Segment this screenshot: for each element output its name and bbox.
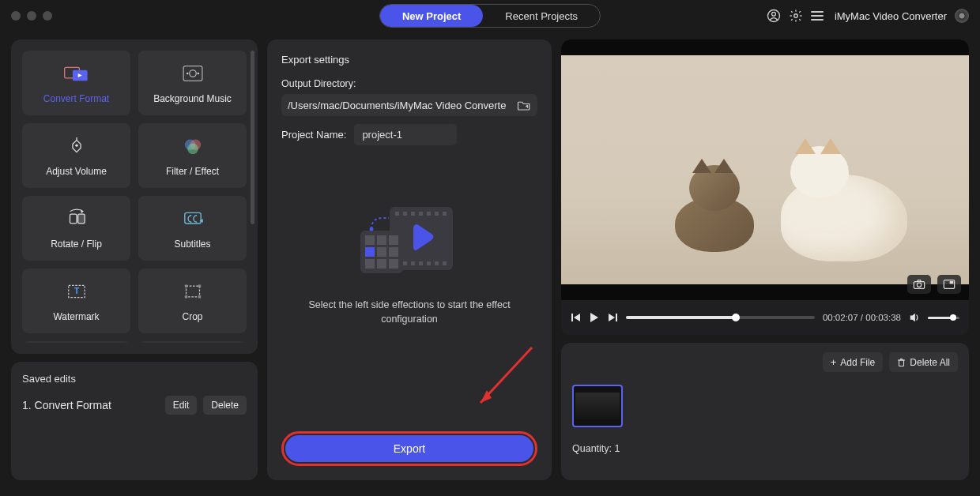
files-panel: +Add File Delete All Quantity: 1 — [561, 343, 969, 480]
app-name: iMyMac Video Converter — [835, 10, 947, 22]
output-directory-field[interactable]: /Users/mac/Documents/iMyMac Video Conver… — [281, 94, 537, 116]
delete-all-button[interactable]: Delete All — [889, 352, 958, 372]
svg-rect-44 — [377, 235, 386, 245]
tool-label: Watermark — [53, 311, 99, 322]
fullscreen-icon[interactable] — [937, 275, 961, 294]
tab-new-project[interactable]: New Project — [380, 5, 483, 27]
svg-rect-40 — [435, 261, 439, 265]
svg-rect-30 — [411, 212, 415, 216]
svg-point-7 — [189, 70, 196, 77]
svg-rect-37 — [411, 261, 415, 265]
play-button[interactable] — [590, 312, 599, 323]
browse-folder-icon[interactable] — [517, 99, 531, 111]
svg-rect-23 — [184, 285, 187, 287]
svg-line-53 — [481, 348, 532, 403]
project-tabs: New Project Recent Projects — [379, 4, 601, 28]
add-file-button[interactable]: +Add File — [823, 352, 884, 372]
tool-label: Convert Format — [43, 93, 109, 104]
svg-point-52 — [370, 227, 374, 231]
tool-watermark[interactable]: T Watermark — [22, 269, 130, 333]
svg-marker-64 — [910, 314, 915, 322]
saved-edits-panel: Saved edits 1. Convert Format Edit Delet… — [11, 362, 258, 480]
svg-text:T: T — [74, 287, 79, 295]
output-directory-value: /Users/mac/Documents/iMyMac Video Conver… — [288, 100, 512, 111]
tool-adjust-volume[interactable]: Adjust Volume — [22, 123, 130, 188]
svg-rect-38 — [419, 261, 423, 265]
tool-label: Rotate / Flip — [51, 239, 102, 250]
convert-format-icon — [63, 62, 90, 85]
saved-edit-row: 1. Convert Format Edit Delete — [22, 396, 247, 415]
close-window[interactable] — [11, 11, 21, 21]
svg-rect-49 — [365, 259, 375, 269]
film-play-icon — [346, 201, 473, 287]
svg-rect-39 — [427, 261, 431, 265]
svg-rect-18 — [184, 212, 200, 224]
account-icon[interactable] — [767, 9, 781, 23]
maximize-window[interactable] — [43, 11, 52, 21]
tool-label: Crop — [182, 311, 202, 322]
volume-icon[interactable] — [909, 312, 920, 323]
next-button[interactable] — [607, 312, 618, 323]
delete-button[interactable]: Delete — [203, 396, 247, 415]
trash-icon — [897, 358, 906, 367]
saved-edit-label: 1. Convert Format — [22, 399, 159, 411]
video-preview[interactable] — [561, 39, 969, 300]
file-thumbnail[interactable] — [572, 385, 623, 427]
export-settings-title: Export settings — [281, 54, 537, 66]
settings-icon[interactable] — [789, 9, 803, 23]
tool-filter-effect[interactable]: Filter / Effect — [138, 123, 247, 188]
svg-point-56 — [917, 283, 921, 287]
titlebar: New Project Recent Projects iMyMac Video… — [0, 0, 980, 32]
tool-label: Subtitles — [174, 239, 210, 250]
tool-crop[interactable]: Crop — [138, 269, 247, 333]
menu-icon[interactable] — [811, 11, 824, 21]
volume-slider[interactable] — [928, 317, 959, 319]
svg-point-8 — [186, 73, 188, 75]
tool-label: Filter / Effect — [166, 166, 219, 177]
video-preview-panel: 00:02:07 / 00:03:38 — [561, 39, 969, 335]
svg-rect-46 — [365, 247, 375, 257]
rotate-flip-icon — [63, 207, 90, 231]
progress-bar[interactable] — [626, 316, 815, 319]
tools-scrollbar[interactable] — [251, 51, 254, 343]
svg-point-1 — [772, 12, 776, 16]
tool-hidden-1[interactable] — [22, 341, 130, 343]
svg-rect-59 — [571, 314, 573, 321]
saved-edits-title: Saved edits — [22, 373, 247, 385]
tool-convert-format[interactable]: Convert Format — [22, 51, 130, 115]
subtitles-icon — [179, 207, 206, 231]
snapshot-icon[interactable] — [907, 275, 931, 294]
svg-rect-47 — [377, 247, 386, 257]
tool-label: Adjust Volume — [46, 166, 107, 177]
video-controls: 00:02:07 / 00:03:38 — [561, 300, 969, 335]
svg-rect-6 — [183, 66, 202, 81]
minimize-window[interactable] — [27, 11, 36, 21]
svg-rect-63 — [616, 314, 617, 321]
svg-rect-51 — [389, 259, 398, 269]
tab-recent-projects[interactable]: Recent Projects — [483, 5, 600, 27]
prev-button[interactable] — [571, 312, 582, 323]
tool-subtitles[interactable]: Subtitles — [138, 196, 247, 261]
svg-rect-36 — [403, 261, 407, 265]
tool-background-music[interactable]: Background Music — [138, 51, 247, 115]
export-hint: Select the left side effections to start… — [291, 299, 528, 326]
svg-marker-54 — [481, 390, 492, 403]
svg-marker-17 — [81, 209, 83, 213]
tool-rotate-flip[interactable]: Rotate / Flip — [22, 196, 130, 261]
svg-rect-22 — [186, 286, 199, 297]
edit-button[interactable]: Edit — [165, 396, 198, 415]
svg-rect-43 — [365, 235, 375, 245]
export-button[interactable]: Export — [285, 435, 533, 462]
svg-rect-25 — [184, 295, 187, 298]
output-directory-label: Output Directory: — [281, 78, 537, 89]
tool-hidden-2[interactable] — [138, 341, 247, 343]
svg-rect-34 — [443, 212, 447, 216]
tool-label: Background Music — [153, 93, 232, 104]
project-name-input[interactable] — [354, 124, 457, 145]
svg-rect-24 — [198, 285, 200, 287]
annotation-arrow — [465, 340, 544, 419]
svg-marker-62 — [609, 314, 615, 321]
adjust-volume-icon — [63, 134, 90, 158]
watermark-icon: T — [63, 280, 90, 303]
project-name-label: Project Name: — [281, 129, 346, 141]
